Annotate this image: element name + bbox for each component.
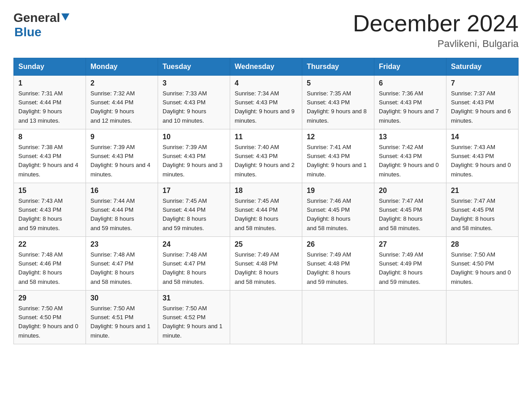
- week-row-3: 15 Sunrise: 7:43 AMSunset: 4:43 PMDaylig…: [14, 183, 519, 237]
- day-number: 13: [379, 133, 442, 141]
- day-cell: 16 Sunrise: 7:44 AMSunset: 4:44 PMDaylig…: [86, 183, 158, 237]
- day-cell: [374, 291, 446, 344]
- day-cell: 10 Sunrise: 7:39 AMSunset: 4:43 PMDaylig…: [158, 129, 230, 183]
- day-cell: [302, 291, 374, 344]
- day-cell: 29 Sunrise: 7:50 AMSunset: 4:50 PMDaylig…: [14, 291, 86, 344]
- day-number: 2: [90, 79, 153, 87]
- day-cell: 4 Sunrise: 7:34 AMSunset: 4:43 PMDayligh…: [230, 76, 302, 129]
- day-info: Sunrise: 7:50 AMSunset: 4:52 PMDaylight:…: [163, 305, 223, 338]
- day-info: Sunrise: 7:31 AMSunset: 4:44 PMDaylight:…: [18, 90, 63, 124]
- day-cell: 24 Sunrise: 7:48 AMSunset: 4:47 PMDaylig…: [158, 237, 230, 291]
- day-cell: [446, 291, 519, 344]
- day-number: 9: [90, 133, 153, 141]
- day-cell: 25 Sunrise: 7:49 AMSunset: 4:48 PMDaylig…: [230, 237, 302, 291]
- weekday-header-row: SundayMondayTuesdayWednesdayThursdayFrid…: [14, 58, 519, 76]
- day-number: 3: [163, 79, 225, 87]
- day-cell: 18 Sunrise: 7:45 AMSunset: 4:44 PMDaylig…: [230, 183, 302, 237]
- day-cell: 19 Sunrise: 7:46 AMSunset: 4:45 PMDaylig…: [302, 183, 374, 237]
- day-info: Sunrise: 7:37 AMSunset: 4:43 PMDaylight:…: [451, 90, 511, 124]
- weekday-header-monday: Monday: [86, 58, 158, 76]
- svg-marker-0: [61, 13, 69, 21]
- week-row-5: 29 Sunrise: 7:50 AMSunset: 4:50 PMDaylig…: [14, 291, 519, 344]
- week-row-1: 1 Sunrise: 7:31 AMSunset: 4:44 PMDayligh…: [14, 76, 519, 129]
- day-cell: 13 Sunrise: 7:42 AMSunset: 4:43 PMDaylig…: [374, 129, 446, 183]
- day-number: 11: [235, 133, 297, 141]
- day-cell: [230, 291, 302, 344]
- day-cell: 27 Sunrise: 7:49 AMSunset: 4:49 PMDaylig…: [374, 237, 446, 291]
- day-number: 25: [235, 240, 297, 248]
- month-title: December 2024: [353, 11, 519, 36]
- day-info: Sunrise: 7:33 AMSunset: 4:43 PMDaylight:…: [163, 90, 207, 124]
- day-cell: 9 Sunrise: 7:39 AMSunset: 4:43 PMDayligh…: [86, 129, 158, 183]
- day-info: Sunrise: 7:48 AMSunset: 4:46 PMDaylight:…: [18, 251, 63, 285]
- day-info: Sunrise: 7:44 AMSunset: 4:44 PMDaylight:…: [90, 197, 135, 231]
- day-cell: 11 Sunrise: 7:40 AMSunset: 4:43 PMDaylig…: [230, 129, 302, 183]
- week-row-2: 8 Sunrise: 7:38 AMSunset: 4:43 PMDayligh…: [14, 129, 519, 183]
- weekday-header-wednesday: Wednesday: [230, 58, 302, 76]
- week-row-4: 22 Sunrise: 7:48 AMSunset: 4:46 PMDaylig…: [14, 237, 519, 291]
- day-info: Sunrise: 7:34 AMSunset: 4:43 PMDaylight:…: [235, 90, 295, 124]
- day-number: 14: [451, 133, 514, 141]
- day-number: 7: [451, 79, 514, 87]
- day-cell: 5 Sunrise: 7:35 AMSunset: 4:43 PMDayligh…: [302, 76, 374, 129]
- day-number: 12: [307, 133, 369, 141]
- day-number: 20: [379, 187, 442, 195]
- day-number: 21: [451, 187, 514, 195]
- day-cell: 26 Sunrise: 7:49 AMSunset: 4:48 PMDaylig…: [302, 237, 374, 291]
- logo-triangle-icon: [61, 13, 69, 22]
- day-info: Sunrise: 7:49 AMSunset: 4:49 PMDaylight:…: [379, 251, 423, 285]
- day-cell: 6 Sunrise: 7:36 AMSunset: 4:43 PMDayligh…: [374, 76, 446, 129]
- page-header: General Blue December 2024 Pavlikeni, Bu…: [13, 11, 519, 50]
- day-number: 31: [163, 294, 225, 302]
- day-cell: 12 Sunrise: 7:41 AMSunset: 4:43 PMDaylig…: [302, 129, 374, 183]
- day-cell: 3 Sunrise: 7:33 AMSunset: 4:43 PMDayligh…: [158, 76, 230, 129]
- day-number: 18: [235, 187, 297, 195]
- day-number: 10: [163, 133, 225, 141]
- weekday-header-sunday: Sunday: [14, 58, 86, 76]
- day-info: Sunrise: 7:39 AMSunset: 4:43 PMDaylight:…: [90, 144, 150, 177]
- day-info: Sunrise: 7:47 AMSunset: 4:45 PMDaylight:…: [451, 197, 495, 231]
- weekday-header-friday: Friday: [374, 58, 446, 76]
- weekday-header-tuesday: Tuesday: [158, 58, 230, 76]
- logo: General Blue: [13, 11, 69, 39]
- day-info: Sunrise: 7:43 AMSunset: 4:43 PMDaylight:…: [451, 144, 511, 177]
- day-info: Sunrise: 7:40 AMSunset: 4:43 PMDaylight:…: [235, 144, 295, 177]
- day-number: 22: [18, 240, 81, 248]
- day-info: Sunrise: 7:45 AMSunset: 4:44 PMDaylight:…: [235, 197, 279, 231]
- day-info: Sunrise: 7:41 AMSunset: 4:43 PMDaylight:…: [307, 144, 367, 177]
- weekday-header-saturday: Saturday: [446, 58, 519, 76]
- day-number: 30: [90, 294, 153, 302]
- day-number: 27: [379, 240, 442, 248]
- day-info: Sunrise: 7:49 AMSunset: 4:48 PMDaylight:…: [307, 251, 351, 285]
- day-cell: 15 Sunrise: 7:43 AMSunset: 4:43 PMDaylig…: [14, 183, 86, 237]
- day-cell: 21 Sunrise: 7:47 AMSunset: 4:45 PMDaylig…: [446, 183, 519, 237]
- day-number: 28: [451, 240, 514, 248]
- day-number: 1: [18, 79, 81, 87]
- day-cell: 28 Sunrise: 7:50 AMSunset: 4:50 PMDaylig…: [446, 237, 519, 291]
- day-info: Sunrise: 7:36 AMSunset: 4:43 PMDaylight:…: [379, 90, 439, 124]
- day-number: 4: [235, 79, 297, 87]
- day-number: 26: [307, 240, 369, 248]
- day-info: Sunrise: 7:38 AMSunset: 4:43 PMDaylight:…: [18, 144, 78, 177]
- day-cell: 22 Sunrise: 7:48 AMSunset: 4:46 PMDaylig…: [14, 237, 86, 291]
- day-number: 24: [163, 240, 225, 248]
- day-info: Sunrise: 7:49 AMSunset: 4:48 PMDaylight:…: [235, 251, 279, 285]
- day-number: 6: [379, 79, 442, 87]
- day-info: Sunrise: 7:32 AMSunset: 4:44 PMDaylight:…: [90, 90, 135, 124]
- day-cell: 17 Sunrise: 7:45 AMSunset: 4:44 PMDaylig…: [158, 183, 230, 237]
- title-block: December 2024 Pavlikeni, Bulgaria: [353, 11, 519, 50]
- day-number: 15: [18, 187, 81, 195]
- day-cell: 20 Sunrise: 7:47 AMSunset: 4:45 PMDaylig…: [374, 183, 446, 237]
- day-info: Sunrise: 7:45 AMSunset: 4:44 PMDaylight:…: [163, 197, 207, 231]
- day-cell: 2 Sunrise: 7:32 AMSunset: 4:44 PMDayligh…: [86, 76, 158, 129]
- day-number: 23: [90, 240, 153, 248]
- day-info: Sunrise: 7:39 AMSunset: 4:43 PMDaylight:…: [163, 144, 223, 177]
- day-number: 19: [307, 187, 369, 195]
- day-cell: 14 Sunrise: 7:43 AMSunset: 4:43 PMDaylig…: [446, 129, 519, 183]
- day-cell: 8 Sunrise: 7:38 AMSunset: 4:43 PMDayligh…: [14, 129, 86, 183]
- day-info: Sunrise: 7:50 AMSunset: 4:50 PMDaylight:…: [451, 251, 511, 285]
- day-number: 29: [18, 294, 81, 302]
- day-cell: 1 Sunrise: 7:31 AMSunset: 4:44 PMDayligh…: [14, 76, 86, 129]
- day-info: Sunrise: 7:47 AMSunset: 4:45 PMDaylight:…: [379, 197, 423, 231]
- day-info: Sunrise: 7:48 AMSunset: 4:47 PMDaylight:…: [90, 251, 135, 285]
